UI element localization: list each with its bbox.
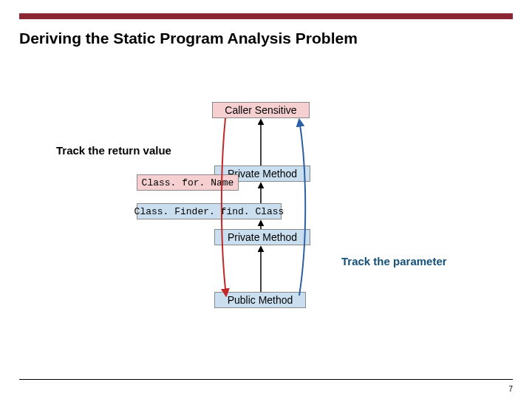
page-number: 7: [508, 385, 513, 393]
box-caller-sensitive: Caller Sensitive: [212, 102, 310, 118]
top-accent-bar: [19, 13, 513, 19]
label-track-param: Track the parameter: [341, 255, 447, 267]
box-public-method: Public Method: [214, 292, 306, 308]
label-track-return: Track the return value: [56, 144, 171, 157]
arrow-blue-track-param: [299, 120, 305, 296]
box-private-method-2: Private Method: [214, 229, 310, 245]
box-class-finder: Class. Finder. find. Class: [137, 203, 282, 219]
arrows-overlay: [0, 0, 532, 399]
slide-title: Deriving the Static Program Analysis Pro…: [19, 30, 358, 47]
box-class-for-name: Class. for. Name: [137, 174, 239, 191]
bottom-divider: [19, 379, 513, 380]
